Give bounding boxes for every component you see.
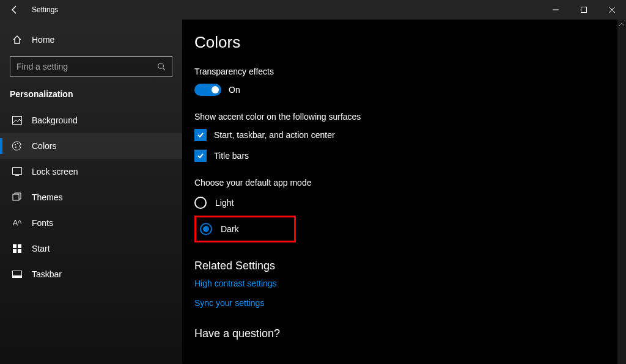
svg-rect-9 — [18, 244, 21, 248]
svg-point-5 — [17, 143, 18, 144]
sidebar-item-background[interactable]: Background — [0, 107, 182, 133]
toggle-knob — [212, 86, 219, 93]
high-contrast-link[interactable]: High contrast settings — [194, 278, 626, 288]
svg-rect-6 — [13, 168, 22, 175]
scrollbar-track[interactable] — [617, 20, 626, 364]
accent-start-row: Start, taskbar, and action center — [194, 129, 626, 141]
transparency-toggle[interactable] — [194, 84, 221, 96]
svg-rect-0 — [581, 7, 587, 13]
sidebar-item-start[interactable]: Start — [0, 236, 182, 261]
sidebar-item-label: Fonts — [32, 218, 53, 228]
close-button[interactable] — [598, 0, 626, 20]
app-mode-dark-row: Dark — [200, 221, 239, 237]
search-icon — [157, 62, 166, 71]
lock-screen-icon — [11, 167, 23, 176]
svg-rect-10 — [13, 249, 17, 253]
app-mode-label: Choose your default app mode — [194, 178, 626, 187]
maximize-button[interactable] — [570, 0, 598, 20]
app-mode-light-radio[interactable] — [194, 197, 207, 209]
app-mode-dark-label: Dark — [221, 224, 239, 234]
radio-dot — [203, 226, 209, 232]
svg-point-3 — [15, 144, 16, 145]
close-icon — [609, 7, 615, 13]
maximize-icon — [581, 7, 587, 13]
accent-title-label: Title bars — [214, 151, 249, 161]
start-icon — [11, 244, 23, 253]
accent-start-label: Start, taskbar, and action center — [214, 130, 335, 140]
svg-point-1 — [158, 64, 164, 69]
transparency-toggle-row: On — [194, 84, 626, 96]
scroll-up-button[interactable] — [617, 20, 626, 29]
sidebar-item-label: Taskbar — [32, 269, 62, 279]
highlight-annotation: Dark — [194, 216, 296, 242]
sidebar-item-lock-screen[interactable]: Lock screen — [0, 159, 182, 184]
category-title: Personalization — [0, 86, 182, 107]
app-mode-light-row: Light — [194, 195, 626, 211]
back-arrow-icon — [10, 5, 20, 15]
palette-icon — [11, 141, 23, 151]
home-label: Home — [32, 35, 54, 45]
sidebar-item-taskbar[interactable]: Taskbar — [0, 261, 182, 287]
svg-rect-8 — [13, 244, 17, 248]
chevron-up-icon — [619, 23, 624, 26]
picture-icon — [11, 116, 23, 125]
svg-rect-13 — [13, 275, 22, 278]
accent-surfaces-label: Show accent color on the following surfa… — [194, 112, 626, 122]
home-icon — [11, 35, 23, 45]
svg-rect-7 — [13, 194, 19, 200]
main-area: Home Personalization Background Colors L… — [0, 20, 626, 364]
sidebar-item-fonts[interactable]: AA Fonts — [0, 210, 182, 236]
svg-point-4 — [15, 147, 17, 148]
sidebar-item-themes[interactable]: Themes — [0, 184, 182, 210]
sidebar-item-colors[interactable]: Colors — [0, 133, 182, 159]
sidebar-item-label: Lock screen — [32, 167, 78, 177]
app-mode-dark-radio[interactable] — [200, 223, 212, 235]
themes-icon — [11, 192, 23, 202]
page-title: Colors — [194, 33, 626, 52]
window-controls — [542, 0, 626, 20]
home-button[interactable]: Home — [0, 27, 182, 53]
taskbar-icon — [11, 271, 23, 278]
related-heading: Related Settings — [194, 260, 626, 272]
font-icon: AA — [11, 219, 23, 227]
question-heading: Have a question? — [194, 327, 626, 340]
app-mode-light-label: Light — [215, 198, 234, 208]
sidebar: Home Personalization Background Colors L… — [0, 20, 182, 364]
transparency-state: On — [229, 85, 240, 95]
titlebar: Settings — [0, 0, 626, 20]
minimize-icon — [553, 7, 559, 13]
sync-settings-link[interactable]: Sync your settings — [194, 298, 626, 308]
accent-title-checkbox[interactable] — [194, 150, 207, 162]
sidebar-item-label: Themes — [32, 192, 63, 202]
sidebar-item-label: Background — [32, 115, 78, 125]
window-title: Settings — [32, 5, 58, 14]
accent-title-row: Title bars — [194, 150, 626, 162]
transparency-label: Transparency effects — [194, 67, 626, 76]
svg-rect-11 — [18, 249, 21, 253]
accent-start-checkbox[interactable] — [194, 129, 207, 141]
sidebar-item-label: Start — [32, 244, 50, 253]
search-input[interactable] — [17, 62, 157, 71]
content-panel: Colors Transparency effects On Show acce… — [182, 20, 626, 364]
back-button[interactable] — [0, 0, 29, 20]
minimize-button[interactable] — [542, 0, 570, 20]
sidebar-item-label: Colors — [32, 141, 56, 151]
search-box[interactable] — [10, 56, 172, 77]
